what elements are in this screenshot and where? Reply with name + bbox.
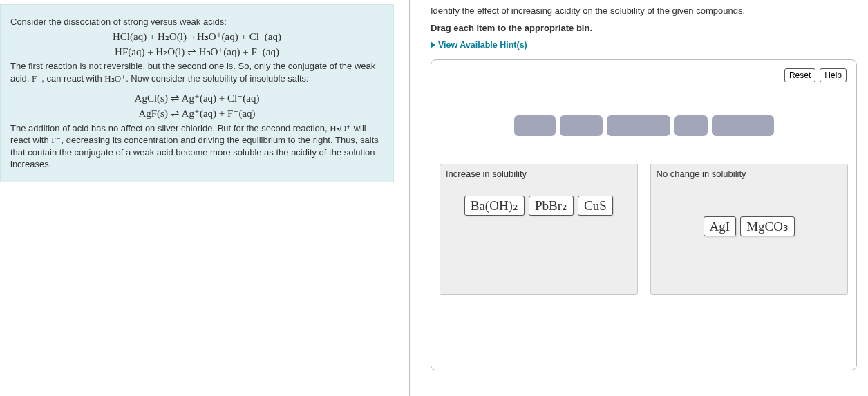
empty-slot[interactable] <box>560 115 603 136</box>
para-2: The addition of acid has no affect on si… <box>10 122 384 171</box>
compound-agi[interactable]: AgI <box>704 216 737 236</box>
panel-toolbar: Reset Help <box>784 68 847 82</box>
compound-mgco3[interactable]: MgCO₃ <box>740 216 795 236</box>
hints-label: View Available Hint(s) <box>438 40 527 50</box>
bin-label: No change in solubility <box>657 169 842 179</box>
info-pane: Consider the dissociation of strong vers… <box>0 0 401 396</box>
question-pane: Identify the effect of increasing acidit… <box>431 0 868 396</box>
bin-nochange[interactable]: No change in solubility AgI MgCO₃ <box>650 164 849 295</box>
source-slots <box>440 115 848 136</box>
empty-slot[interactable] <box>514 115 556 136</box>
empty-slot[interactable] <box>712 115 774 136</box>
compound-cus[interactable]: CuS <box>578 196 613 216</box>
view-hints-toggle[interactable]: View Available Hint(s) <box>431 40 857 50</box>
drag-instruction: Drag each item to the appropriate bin. <box>431 23 857 33</box>
bin-items: Ba(OH)₂ PbBr₂ CuS <box>446 196 632 216</box>
equation-1: HCl(aq) + H₂O(l)→H₃O⁺(aq) + Cl⁻(aq) <box>10 30 384 44</box>
drag-drop-panel: Reset Help Increase in solubility Ba(OH)… <box>431 59 857 370</box>
caret-right-icon <box>431 41 435 48</box>
compound-baoh2[interactable]: Ba(OH)₂ <box>464 196 525 216</box>
equation-2: HF(aq) + H₂O(l) ⇌ H₃O⁺(aq) + F⁻(aq) <box>10 45 384 59</box>
question-prompt: Identify the effect of increasing acidit… <box>431 6 857 16</box>
intro-text: Consider the dissociation of strong vers… <box>10 16 384 28</box>
empty-slot[interactable] <box>674 115 708 136</box>
empty-slot[interactable] <box>607 115 670 136</box>
equation-4: AgF(s) ⇌ Ag⁺(aq) + F⁻(aq) <box>10 106 384 120</box>
equation-3: AgCl(s) ⇌ Ag⁺(aq) + Cl⁻(aq) <box>10 91 384 105</box>
compound-pbbr2[interactable]: PbBr₂ <box>529 196 574 216</box>
bin-label: Increase in solubility <box>446 169 632 179</box>
bin-items: AgI MgCO₃ <box>657 216 842 236</box>
info-box: Consider the dissociation of strong vers… <box>0 4 394 182</box>
help-button[interactable]: Help <box>820 68 847 82</box>
bin-increase[interactable]: Increase in solubility Ba(OH)₂ PbBr₂ CuS <box>440 164 638 295</box>
vertical-divider <box>409 0 410 396</box>
para-1: The first reaction is not reversible, bu… <box>10 60 384 84</box>
reset-button[interactable]: Reset <box>784 68 815 82</box>
bin-row: Increase in solubility Ba(OH)₂ PbBr₂ CuS… <box>440 164 848 295</box>
